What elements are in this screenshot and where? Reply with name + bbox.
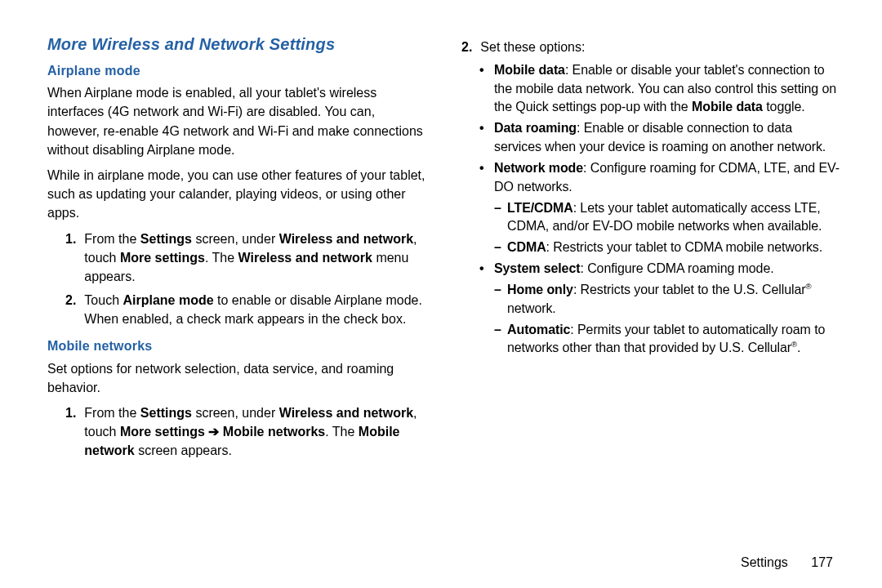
dash-icon: – bbox=[494, 199, 502, 217]
dash-icon: – bbox=[494, 238, 502, 256]
bold-term: Mobile data bbox=[692, 100, 763, 114]
bullet-body: Mobile data: Enable or disable your tabl… bbox=[494, 61, 841, 116]
bold-term: Network mode bbox=[494, 161, 583, 175]
paragraph: While in airplane mode, you can use othe… bbox=[47, 166, 427, 223]
sub-body: Home only: Restricts your tablet to the … bbox=[507, 281, 841, 318]
bold-term: Airplane mode bbox=[122, 293, 213, 307]
bold-term: Home only bbox=[507, 283, 573, 297]
page-footer: Settings 177 bbox=[741, 555, 833, 570]
step-body: Touch Airplane mode to enable or disable… bbox=[84, 291, 427, 328]
text: . bbox=[797, 341, 800, 354]
right-column: 2. Set these options: • Mobile data: Ena… bbox=[461, 33, 841, 536]
bold-term: Wireless and network bbox=[238, 251, 372, 265]
step-body: From the Settings screen, under Wireless… bbox=[84, 403, 427, 461]
paragraph: Set options for network selection, data … bbox=[47, 359, 427, 397]
bold-term: LTE/CDMA bbox=[507, 201, 573, 215]
page-number: 177 bbox=[811, 555, 833, 569]
step-body: Set these options: bbox=[480, 38, 841, 56]
document-page: More Wireless and Network Settings Airpl… bbox=[0, 0, 882, 559]
bold-term: Wireless and network bbox=[279, 406, 413, 420]
step-body: From the Settings screen, under Wireless… bbox=[84, 229, 427, 287]
list-item: 2. Touch Airplane mode to enable or disa… bbox=[65, 291, 427, 328]
left-column: More Wireless and Network Settings Airpl… bbox=[47, 33, 427, 536]
bullet-icon: • bbox=[479, 159, 488, 177]
text: : Configure CDMA roaming mode. bbox=[580, 261, 773, 275]
text: screen appears. bbox=[135, 443, 232, 457]
bullet-icon: • bbox=[479, 119, 488, 137]
step-number: 1. bbox=[65, 229, 76, 248]
bullet-item: • System select: Configure CDMA roaming … bbox=[479, 260, 841, 278]
bold-term: CDMA bbox=[507, 240, 546, 254]
sub-item: – LTE/CDMA: Lets your tablet automatical… bbox=[494, 199, 841, 236]
sub-body: LTE/CDMA: Lets your tablet automatically… bbox=[507, 199, 841, 236]
text: : Restricts your tablet to CDMA mobile n… bbox=[546, 240, 822, 254]
text: screen, under bbox=[192, 232, 279, 246]
sub-item: – CDMA: Restricts your tablet to CDMA mo… bbox=[494, 238, 841, 256]
bullet-item: • Network mode: Configure roaming for CD… bbox=[479, 159, 841, 196]
bold-term: Settings bbox=[140, 232, 192, 246]
list-item: 2. Set these options: bbox=[461, 38, 841, 56]
dash-icon: – bbox=[494, 321, 502, 339]
text: From the bbox=[84, 406, 140, 420]
text: From the bbox=[84, 232, 140, 246]
sub-body: CDMA: Restricts your tablet to CDMA mobi… bbox=[507, 238, 841, 256]
bullet-icon: • bbox=[479, 260, 488, 278]
bullet-body: Network mode: Configure roaming for CDMA… bbox=[494, 159, 841, 196]
bold-term: More settings bbox=[120, 251, 205, 265]
text: Touch bbox=[84, 293, 122, 307]
subheading-airplane: Airplane mode bbox=[47, 61, 427, 80]
text: network. bbox=[507, 301, 556, 315]
text: . The bbox=[325, 425, 359, 439]
text: screen, under bbox=[192, 406, 279, 420]
bold-term: Data roaming bbox=[494, 121, 577, 135]
footer-section: Settings bbox=[741, 555, 788, 569]
sub-body: Automatic: Permits your tablet to automa… bbox=[507, 321, 841, 358]
section-heading: More Wireless and Network Settings bbox=[47, 33, 427, 56]
registered-icon: ® bbox=[791, 340, 797, 349]
text: toggle. bbox=[763, 100, 805, 114]
list-item: 1. From the Settings screen, under Wirel… bbox=[65, 403, 427, 461]
registered-icon: ® bbox=[806, 282, 812, 291]
bold-term: More settings ➔ Mobile networks bbox=[120, 425, 325, 439]
paragraph: When Airplane mode is enabled, all your … bbox=[47, 83, 427, 159]
bold-term: Mobile data bbox=[494, 63, 565, 77]
bullet-icon: • bbox=[479, 61, 488, 79]
bullet-body: Data roaming: Enable or disable connecti… bbox=[494, 119, 841, 156]
bold-term: Automatic bbox=[507, 323, 570, 336]
sub-item: – Automatic: Permits your tablet to auto… bbox=[494, 321, 841, 358]
bold-term: System select bbox=[494, 261, 580, 275]
text: : Restricts your tablet to the U.S. Cell… bbox=[573, 283, 806, 297]
subheading-mobile: Mobile networks bbox=[47, 336, 427, 355]
list-item: 1. From the Settings screen, under Wirel… bbox=[65, 229, 427, 287]
sub-item: – Home only: Restricts your tablet to th… bbox=[494, 281, 841, 318]
bullet-body: System select: Configure CDMA roaming mo… bbox=[494, 260, 841, 278]
step-number: 2. bbox=[461, 38, 472, 56]
bold-term: Settings bbox=[140, 406, 192, 420]
bullet-item: • Mobile data: Enable or disable your ta… bbox=[479, 61, 841, 116]
bullet-item: • Data roaming: Enable or disable connec… bbox=[479, 119, 841, 156]
dash-icon: – bbox=[494, 281, 502, 299]
step-number: 1. bbox=[65, 403, 76, 422]
bold-term: Wireless and network bbox=[279, 232, 413, 246]
step-number: 2. bbox=[65, 291, 76, 310]
text: . The bbox=[205, 251, 238, 265]
